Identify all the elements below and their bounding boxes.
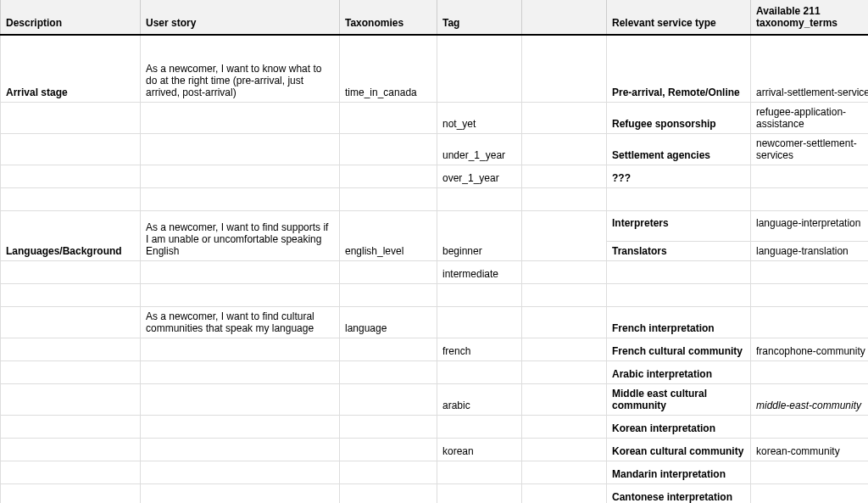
table-cell: [141, 188, 340, 211]
table-cell: intermediate: [437, 261, 522, 284]
table-cell: [522, 134, 607, 165]
table-cell: [1, 416, 141, 439]
table-cell: [522, 284, 607, 307]
table-cell: [522, 165, 607, 188]
table-cell: [437, 284, 522, 307]
table-row: over_1_year???: [1, 165, 869, 188]
table-cell: Korean interpretation: [607, 416, 751, 439]
table-cell: [437, 484, 522, 504]
table-cell: [340, 439, 437, 461]
table-cell: [141, 484, 340, 504]
table-cell: [141, 165, 340, 188]
table-cell: [522, 35, 607, 103]
table-row: koreanKorean cultural communitykorean-co…: [1, 439, 869, 461]
table-cell: Languages/Background: [1, 211, 141, 261]
header-tag: Tag: [437, 0, 522, 35]
table-cell: not_yet: [437, 103, 522, 134]
table-cell: [1, 103, 141, 134]
table-cell: Refugee sponsorship: [607, 103, 751, 134]
table-cell: [522, 188, 607, 211]
table-cell: [141, 384, 340, 416]
table-cell: [522, 484, 607, 504]
table-cell: [437, 307, 522, 338]
header-user-story: User story: [141, 0, 340, 35]
table-cell: [437, 35, 522, 103]
table-cell: [340, 384, 437, 416]
table-cell: [522, 307, 607, 338]
table-cell: arrival-settlement-services: [751, 35, 869, 103]
table-row: intermediate: [1, 261, 869, 284]
table-cell: time_in_canada: [340, 35, 437, 103]
table-cell: [437, 416, 522, 439]
table-cell: [522, 461, 607, 484]
table-cell: [751, 188, 869, 211]
table-cell: korean-community: [751, 439, 869, 461]
table-cell: [1, 484, 141, 504]
table-cell: As a newcomer, I want to know what to do…: [141, 35, 340, 103]
table-cell: [141, 261, 340, 284]
header-available-terms: Available 211 taxonomy_terms: [751, 0, 869, 35]
table-cell: language: [340, 307, 437, 338]
table-cell: beginner: [437, 211, 522, 261]
table-cell: Middle east cultural community: [607, 384, 751, 416]
table-cell: over_1_year: [437, 165, 522, 188]
table-cell: [340, 261, 437, 284]
table-cell: [1, 338, 141, 361]
table-cell: [141, 103, 340, 134]
table-cell: [340, 103, 437, 134]
table-body: Arrival stageAs a newcomer, I want to kn…: [1, 35, 869, 503]
table-cell: [751, 284, 869, 307]
taxonomy-table: Description User story Taxonomies Tag Re…: [0, 0, 868, 503]
table-cell: french: [437, 338, 522, 361]
table-row: frenchFrench cultural communityfrancopho…: [1, 338, 869, 361]
table-row: Mandarin interpretation: [1, 461, 869, 484]
table-row: As a newcomer, I want to find cultural c…: [1, 307, 869, 338]
table-cell: refugee-application-assistance: [751, 103, 869, 134]
table-cell: Cantonese interpretation: [607, 484, 751, 504]
table-cell: French interpretation: [607, 307, 751, 338]
table-cell: [437, 461, 522, 484]
table-row: Korean interpretation: [1, 416, 869, 439]
table-cell: middle-east-community: [751, 384, 869, 416]
table-cell: english_level: [340, 211, 437, 261]
table-cell: [340, 338, 437, 361]
table-cell: ???: [607, 165, 751, 188]
table-cell: [1, 461, 141, 484]
table-cell: [340, 461, 437, 484]
header-row: Description User story Taxonomies Tag Re…: [1, 0, 869, 35]
table-cell: [751, 165, 869, 188]
table-cell: [522, 384, 607, 416]
table-cell: [751, 416, 869, 439]
table-cell: [522, 211, 607, 261]
table-cell: [1, 188, 141, 211]
table-cell: InterpretersTranslators: [607, 211, 751, 261]
table-cell: [141, 439, 340, 461]
table-cell: Arrival stage: [1, 35, 141, 103]
table-cell: [522, 261, 607, 284]
table-cell: [522, 361, 607, 384]
table-cell: [340, 416, 437, 439]
table-cell: Korean cultural community: [607, 439, 751, 461]
header-service-type: Relevant service type: [607, 0, 751, 35]
table-cell: [1, 439, 141, 461]
table-cell: Arabic interpretation: [607, 361, 751, 384]
table-row: under_1_yearSettlement agenciesnewcomer-…: [1, 134, 869, 165]
table-cell: under_1_year: [437, 134, 522, 165]
table-cell: [340, 165, 437, 188]
table-cell: Mandarin interpretation: [607, 461, 751, 484]
table-cell: [340, 361, 437, 384]
table-cell: [141, 416, 340, 439]
table-cell: [340, 134, 437, 165]
table-cell: [607, 284, 751, 307]
table-cell: As a newcomer, I want to find supports i…: [141, 211, 340, 261]
table-cell: [1, 261, 141, 284]
table-row: Arabic interpretation: [1, 361, 869, 384]
table-cell: Settlement agencies: [607, 134, 751, 165]
table-cell: [522, 338, 607, 361]
table-cell: [1, 134, 141, 165]
table-cell: [522, 416, 607, 439]
table-cell: [141, 284, 340, 307]
table-cell: language-interpretationlanguage-translat…: [751, 211, 869, 261]
table-cell: [522, 103, 607, 134]
table-cell: [607, 188, 751, 211]
